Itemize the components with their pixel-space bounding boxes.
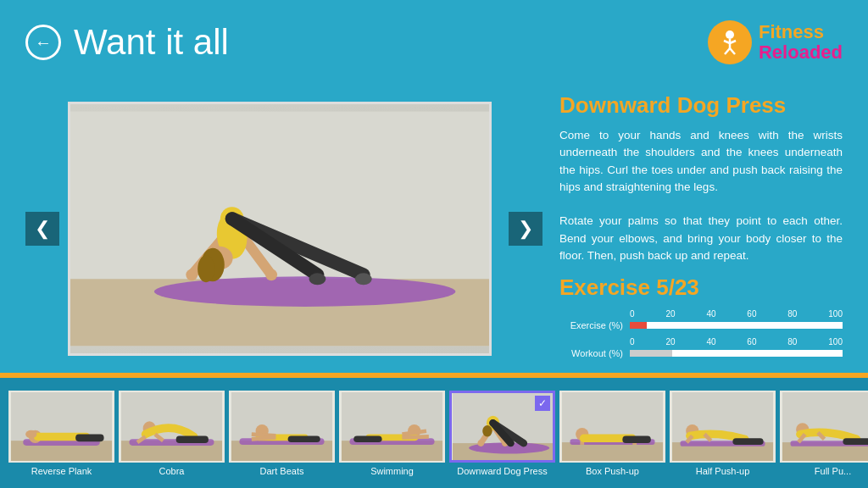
- info-panel: Downward Dog Press Come to your hands an…: [559, 92, 843, 365]
- thumbnail-image-6: [670, 391, 776, 463]
- svg-rect-41: [288, 435, 320, 442]
- video-placeholder: [70, 104, 489, 353]
- svg-point-0: [726, 30, 734, 39]
- workout-progress-row: Workout (%): [559, 348, 843, 358]
- thumbnail-item-7[interactable]: Full Pu...: [780, 391, 868, 476]
- thumbnail-image-2: [229, 391, 335, 463]
- thumbnail-item-6[interactable]: Half Push-up: [670, 391, 776, 476]
- svg-point-62: [482, 425, 492, 436]
- workout-progress-track: [630, 350, 843, 357]
- header-left: ← Want it all: [25, 22, 229, 63]
- back-button[interactable]: ←: [25, 25, 61, 60]
- thumbnail-label-6: Half Push-up: [696, 466, 750, 476]
- exercise-progress-label: Exercise (%): [559, 320, 623, 330]
- svg-point-8: [154, 276, 456, 307]
- desc-para2: Rotate your palms so that they point to …: [559, 214, 843, 262]
- exercise-progress-track: [630, 322, 843, 329]
- thumbnail-image-1: [119, 391, 225, 463]
- svg-rect-33: [176, 435, 209, 443]
- exercise-description: Come to your hands and knees with the wr…: [559, 127, 843, 264]
- svg-rect-70: [622, 435, 650, 443]
- back-icon: ←: [35, 33, 52, 53]
- exercise-progress-row: Exercise (%): [559, 320, 843, 330]
- svg-rect-64: [562, 442, 663, 461]
- thumbnail-label-0: Reverse Plank: [31, 466, 92, 476]
- thumbnail-label-7: Full Pu...: [815, 466, 851, 476]
- desc-para1: Come to your hands and knees with the wr…: [559, 129, 843, 193]
- header: ← Want it all Fitness Reloaded: [0, 0, 868, 85]
- thumbnail-image-7: [780, 391, 868, 463]
- thumbnail-item-1[interactable]: Cobra: [119, 391, 225, 476]
- svg-line-42: [252, 434, 276, 435]
- svg-rect-27: [75, 434, 103, 441]
- thumbnail-image-3: [339, 391, 445, 463]
- thumbnail-label-4: Downward Dog Press: [457, 466, 547, 476]
- svg-point-17: [355, 273, 372, 285]
- exercise-video: [68, 102, 492, 356]
- svg-line-4: [725, 48, 730, 54]
- workout-progress-label: Workout (%): [559, 348, 623, 358]
- thumbnail-item-5[interactable]: Box Push-up: [559, 391, 665, 476]
- svg-rect-75: [732, 438, 763, 445]
- page-title: Want it all: [74, 22, 229, 63]
- logo-reloaded: Reloaded: [759, 42, 843, 63]
- svg-line-51: [402, 436, 428, 437]
- prev-button[interactable]: ❮: [25, 212, 59, 246]
- thumbnail-label-5: Box Push-up: [586, 466, 639, 476]
- logo: Fitness Reloaded: [708, 20, 843, 64]
- svg-point-18: [309, 273, 326, 285]
- exercise-tick-labels: 0 20 40 60 80 100: [559, 309, 843, 319]
- thumbnail-item-3[interactable]: Swimming: [339, 391, 445, 476]
- exercise-count: Exercise 5/23: [559, 274, 843, 301]
- thumbnail-item-2[interactable]: Dart Beats: [229, 391, 335, 476]
- workout-progress-fill: [630, 350, 672, 357]
- thumbnail-image-5: [559, 391, 665, 463]
- logo-icon: [708, 20, 752, 64]
- svg-line-5: [730, 48, 735, 54]
- svg-line-43: [252, 437, 276, 439]
- workout-progress-section: 0 20 40 60 80 100 Workout (%): [559, 337, 843, 358]
- thumbnail-image-4: ✓: [449, 391, 555, 463]
- svg-rect-82: [843, 438, 868, 445]
- svg-point-28: [25, 430, 36, 438]
- exercise-title: Downward Dog Press: [559, 92, 843, 119]
- next-button[interactable]: ❯: [509, 212, 542, 246]
- workout-tick-labels: 0 20 40 60 80 100: [559, 337, 843, 347]
- thumbnail-strip: Reverse Plank Cobra Dart Beats Swimming: [0, 378, 868, 488]
- svg-rect-49: [353, 435, 381, 442]
- logo-text: Fitness Reloaded: [759, 22, 843, 63]
- svg-point-21: [198, 256, 214, 283]
- thumbnail-label-3: Swimming: [370, 466, 414, 476]
- thumbnail-item-0[interactable]: Reverse Plank: [8, 391, 114, 476]
- exercise-progress-section: 0 20 40 60 80 100 Exercise (%): [559, 309, 843, 330]
- thumbnail-check-4: ✓: [535, 396, 550, 411]
- thumbnail-item-4[interactable]: ✓Downward Dog Press: [449, 391, 555, 476]
- thumbnail-label-1: Cobra: [159, 466, 185, 476]
- exercise-progress-fill: [630, 322, 647, 329]
- logo-fitness: Fitness: [759, 22, 843, 42]
- thumbnail-image-0: [8, 391, 114, 463]
- main-content: ❮: [0, 85, 868, 373]
- thumbnail-label-2: Dart Beats: [260, 466, 304, 476]
